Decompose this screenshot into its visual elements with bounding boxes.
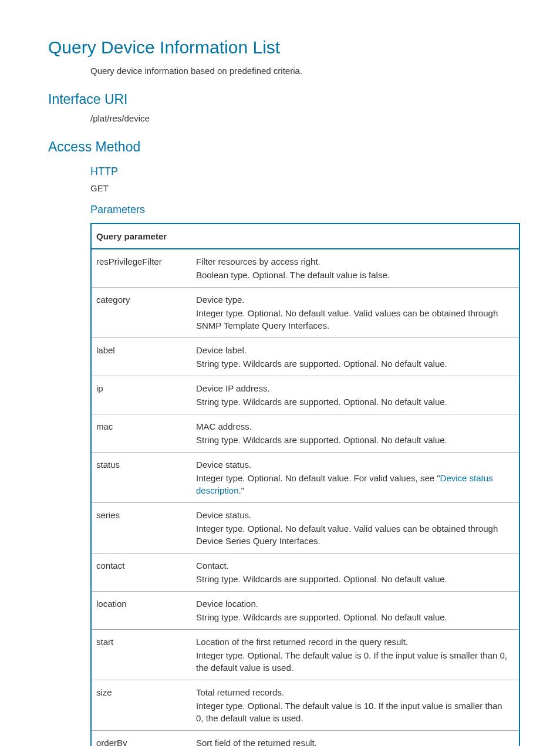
param-desc-detail: String type. Wildcards are supported. Op… xyxy=(196,357,512,370)
param-name: series xyxy=(91,502,191,553)
param-name: label xyxy=(91,337,191,376)
param-desc-main: Device location. xyxy=(196,598,512,610)
param-description: Sort field of the returned result.String… xyxy=(191,730,519,746)
param-description: Device status.Integer type. Optional. No… xyxy=(191,452,519,502)
table-row: macMAC address.String type. Wildcards ar… xyxy=(91,414,519,452)
param-desc-main: Device type. xyxy=(196,293,512,306)
param-name: orderBy xyxy=(91,730,191,746)
param-desc-detail: Integer type. Optional. No default value… xyxy=(196,522,512,547)
parameters-table: Query parameter resPrivilegeFilterFilter… xyxy=(90,223,520,746)
http-method: GET xyxy=(90,182,520,194)
param-description: Filter resources by access right.Boolean… xyxy=(191,249,519,288)
param-desc-detail: Integer type. Optional. The default valu… xyxy=(196,700,512,724)
http-heading: HTTP xyxy=(90,164,520,179)
param-description: Total returned records.Integer type. Opt… xyxy=(191,680,519,730)
param-description: MAC address.String type. Wildcards are s… xyxy=(191,414,519,452)
param-desc-detail: Integer type. Optional. No default value… xyxy=(196,307,512,332)
parameters-heading: Parameters xyxy=(90,202,520,217)
param-description: Device IP address.String type. Wildcards… xyxy=(191,376,519,414)
table-row: ipDevice IP address.String type. Wildcar… xyxy=(91,376,519,414)
table-row: categoryDevice type.Integer type. Option… xyxy=(91,287,519,337)
param-desc-main: MAC address. xyxy=(196,420,512,433)
table-row: locationDevice location.String type. Wil… xyxy=(91,591,519,629)
param-desc-main: Device status. xyxy=(196,509,512,521)
table-row: resPrivilegeFilterFilter resources by ac… xyxy=(91,249,519,288)
param-description: Device type.Integer type. Optional. No d… xyxy=(191,287,519,337)
param-name: category xyxy=(91,287,191,337)
param-name: status xyxy=(91,452,191,502)
param-name: mac xyxy=(91,414,191,452)
param-desc-detail: String type. Wildcards are supported. Op… xyxy=(196,611,512,623)
table-row: sizeTotal returned records.Integer type.… xyxy=(91,680,519,730)
param-name: resPrivilegeFilter xyxy=(91,249,191,288)
param-desc-main: Location of the first returned record in… xyxy=(196,636,512,648)
interface-uri-value: /plat/res/device xyxy=(48,112,520,124)
param-desc-detail: Integer type. Optional. No default value… xyxy=(196,472,512,497)
param-desc-main: Contact. xyxy=(196,559,512,572)
param-description: Device label.String type. Wildcards are … xyxy=(191,337,519,376)
param-desc-main: Device IP address. xyxy=(196,382,512,394)
param-name: contact xyxy=(91,553,191,591)
param-name: start xyxy=(91,629,191,680)
param-name: size xyxy=(91,680,191,730)
table-header: Query parameter xyxy=(91,224,519,249)
param-name: location xyxy=(91,591,191,629)
table-row: seriesDevice status.Integer type. Option… xyxy=(91,502,519,553)
table-row: statusDevice status.Integer type. Option… xyxy=(91,452,519,502)
page-title: Query Device Information List xyxy=(48,35,520,60)
param-desc-detail: String type. Wildcards are supported. Op… xyxy=(196,573,512,585)
access-method-heading: Access Method xyxy=(48,137,520,156)
param-desc-main: Filter resources by access right. xyxy=(196,255,512,268)
param-desc-detail: String type. Wildcards are supported. Op… xyxy=(196,396,512,408)
table-row: startLocation of the first returned reco… xyxy=(91,629,519,680)
param-desc-detail: Integer type. Optional. The default valu… xyxy=(196,649,512,674)
table-row: contactContact.String type. Wildcards ar… xyxy=(91,553,519,591)
param-description: Device status.Integer type. Optional. No… xyxy=(191,502,519,553)
param-desc-detail: Boolean type. Optional. The default valu… xyxy=(196,269,512,281)
param-desc-main: Sort field of the returned result. xyxy=(196,737,512,746)
param-name: ip xyxy=(91,376,191,414)
page-description: Query device information based on predef… xyxy=(48,65,520,77)
param-description: Contact.String type. Wildcards are suppo… xyxy=(191,553,519,591)
param-desc-detail: String type. Wildcards are supported. Op… xyxy=(196,434,512,446)
param-desc-main: Device status. xyxy=(196,458,512,471)
table-row: labelDevice label.String type. Wildcards… xyxy=(91,337,519,376)
table-row: orderBySort field of the returned result… xyxy=(91,730,519,746)
interface-uri-heading: Interface URI xyxy=(48,90,520,109)
param-description: Device location.String type. Wildcards a… xyxy=(191,591,519,629)
param-desc-main: Device label. xyxy=(196,344,512,356)
param-desc-main: Total returned records. xyxy=(196,686,512,698)
param-description: Location of the first returned record in… xyxy=(191,629,519,680)
